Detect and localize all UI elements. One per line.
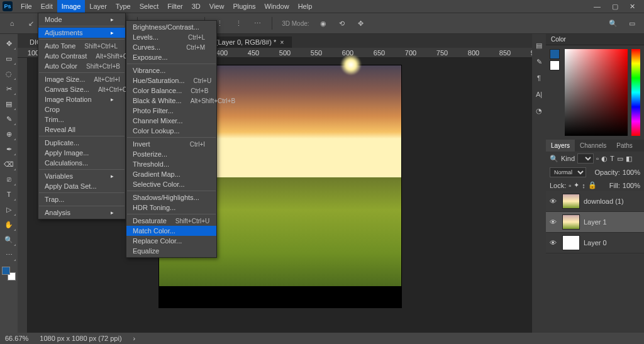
filter-icon[interactable]: ▭ — [617, 155, 623, 163]
menu-item[interactable]: DesaturateShift+Ctrl+U — [126, 216, 216, 226]
panel-tab-paths[interactable]: Paths — [611, 140, 638, 152]
menu-item[interactable]: Apply Image... — [38, 148, 125, 158]
layer-thumbnail[interactable] — [562, 235, 580, 250]
menu-item[interactable]: Auto ToneShift+Ctrl+L — [38, 41, 125, 51]
menu-view[interactable]: View — [205, 0, 229, 13]
menu-item[interactable]: Reveal All — [38, 125, 125, 135]
distribute-icon[interactable]: ⋮ — [231, 16, 245, 30]
menu-item[interactable]: Vibrance... — [126, 65, 216, 75]
menu-item[interactable]: Mode — [38, 14, 125, 25]
menu-item[interactable]: Trim... — [38, 114, 125, 125]
tool-button[interactable]: ✋ — [1, 218, 16, 231]
filter-icon[interactable]: ▫ — [596, 155, 599, 162]
zoom-level[interactable]: 66.67% — [5, 335, 28, 342]
fill-value[interactable]: 100% — [623, 182, 640, 189]
menu-item[interactable]: Equalize — [126, 246, 216, 256]
tool-button[interactable]: ▷ — [1, 203, 16, 216]
3d-icon[interactable]: ⟲ — [335, 16, 349, 30]
layer-thumbnail[interactable] — [562, 214, 580, 230]
home-icon[interactable]: ⌂ — [5, 16, 19, 30]
menu-item[interactable]: Exposure... — [126, 52, 216, 62]
color-panel-header[interactable]: Color — [546, 34, 644, 45]
menu-3d[interactable]: 3D — [187, 0, 205, 13]
menu-item[interactable]: Image Size...Alt+Ctrl+I — [38, 74, 125, 84]
tool-button[interactable]: T — [1, 187, 16, 201]
menu-item[interactable]: Color Lookup... — [126, 126, 216, 136]
maximize-icon[interactable]: ▢ — [612, 3, 618, 11]
menu-item[interactable]: Color Balance...Ctrl+B — [126, 86, 216, 96]
tool-button[interactable]: ✂ — [1, 82, 16, 96]
menu-item[interactable]: Black & White...Alt+Shift+Ctrl+B — [126, 96, 216, 106]
menu-item[interactable]: Replace Color... — [126, 236, 216, 246]
tool-button[interactable]: ⎚ — [1, 172, 16, 186]
visibility-icon[interactable]: 👁 — [550, 239, 558, 247]
visibility-icon[interactable]: 👁 — [550, 197, 558, 205]
layer-row[interactable]: 👁download (1) — [546, 191, 644, 212]
color-field[interactable] — [565, 49, 628, 136]
more-icon[interactable]: ⋯ — [250, 16, 264, 30]
menu-select[interactable]: Select — [135, 0, 164, 13]
3d-icon[interactable]: ◉ — [316, 16, 330, 30]
lock-icon[interactable]: ✦ — [574, 181, 579, 189]
foreground-swatch[interactable] — [550, 49, 560, 59]
menu-item[interactable]: Gradient Map... — [126, 169, 216, 179]
menu-item[interactable]: Shadows/Highlights... — [126, 192, 216, 203]
panel-tab-channels[interactable]: Channels — [575, 140, 611, 152]
tool-button[interactable]: ▤ — [1, 97, 16, 111]
panel-icon[interactable]: ¶ — [534, 73, 544, 83]
layer-thumbnail[interactable] — [562, 194, 580, 209]
menu-item[interactable]: Analysis — [38, 208, 125, 218]
panel-icon[interactable]: ◔ — [534, 106, 544, 116]
menu-item[interactable]: Posterize... — [126, 149, 216, 159]
menu-image[interactable]: Image — [57, 0, 86, 13]
filter-icon[interactable]: ◐ — [601, 155, 608, 163]
menu-item[interactable]: Curves...Ctrl+M — [126, 42, 216, 52]
tool-button[interactable]: ✥ — [1, 36, 16, 50]
lock-icon[interactable]: ▫ — [569, 182, 571, 189]
menu-item[interactable]: Brightness/Contrast... — [126, 22, 216, 32]
tool-button[interactable]: ⌫ — [1, 157, 16, 171]
menu-item[interactable]: InvertCtrl+I — [126, 139, 216, 149]
menu-item[interactable]: Threshold... — [126, 159, 216, 169]
panel-icon[interactable]: ✎ — [534, 57, 544, 67]
menu-item[interactable]: Match Color... — [126, 226, 216, 236]
panel-icon[interactable]: ▤ — [534, 40, 544, 50]
kind-filter[interactable] — [577, 153, 594, 164]
visibility-icon[interactable]: 👁 — [550, 218, 558, 226]
background-swatch[interactable] — [550, 60, 560, 70]
blend-mode[interactable]: Normal — [550, 167, 586, 177]
panel-tab-layers[interactable]: Layers — [546, 140, 575, 152]
menu-item[interactable]: Photo Filter... — [126, 106, 216, 116]
close-icon[interactable]: ✕ — [630, 3, 635, 11]
menu-item[interactable]: Variables — [38, 171, 125, 181]
tool-button[interactable]: ▭ — [1, 52, 16, 65]
layer-row[interactable]: 👁Layer 0 — [546, 233, 644, 253]
tool-button[interactable]: ⊕ — [1, 127, 16, 141]
chevron-right-icon[interactable]: › — [133, 335, 136, 342]
opacity-value[interactable]: 100% — [623, 169, 640, 176]
menu-item[interactable]: Channel Mixer... — [126, 116, 216, 126]
lock-icon[interactable]: 🔒 — [588, 181, 597, 189]
menu-item[interactable]: Duplicate... — [38, 138, 125, 148]
menu-item[interactable]: Adjustments — [38, 28, 125, 38]
menu-item[interactable]: Auto ColorShift+Ctrl+B — [38, 61, 125, 71]
menu-item[interactable]: Calculations... — [38, 158, 125, 168]
menu-item[interactable]: Canvas Size...Alt+Ctrl+C — [38, 84, 125, 94]
tool-button[interactable]: 🔍 — [1, 233, 16, 247]
tool-button[interactable]: ⋯ — [1, 248, 16, 262]
menu-type[interactable]: Type — [111, 0, 135, 13]
layer-row[interactable]: 👁Layer 1 — [546, 212, 644, 233]
minimize-icon[interactable]: — — [594, 3, 601, 11]
workspace-icon[interactable]: ▭ — [625, 16, 639, 30]
close-tab-icon[interactable]: × — [280, 39, 284, 46]
tool-button[interactable]: ✎ — [1, 112, 16, 126]
panel-icon[interactable]: A| — [534, 89, 544, 99]
menu-help[interactable]: Help — [294, 0, 317, 13]
menu-item[interactable]: HDR Toning... — [126, 203, 216, 213]
tool-button[interactable]: ◌ — [1, 67, 16, 80]
tool-button[interactable]: ✒ — [1, 142, 16, 156]
arrow-icon[interactable]: ↙ — [24, 16, 38, 30]
filter-icon[interactable]: ◧ — [626, 155, 632, 163]
menu-filter[interactable]: Filter — [163, 0, 187, 13]
hue-slider[interactable] — [631, 49, 640, 136]
